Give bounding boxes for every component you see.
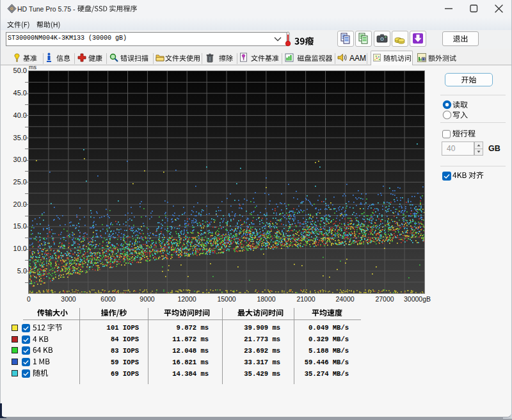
svg-text:HD Tune Pro 5.75 -: HD Tune Pro 5.75 -	[17, 5, 76, 13]
svg-text:AAM: AAM	[349, 54, 366, 63]
